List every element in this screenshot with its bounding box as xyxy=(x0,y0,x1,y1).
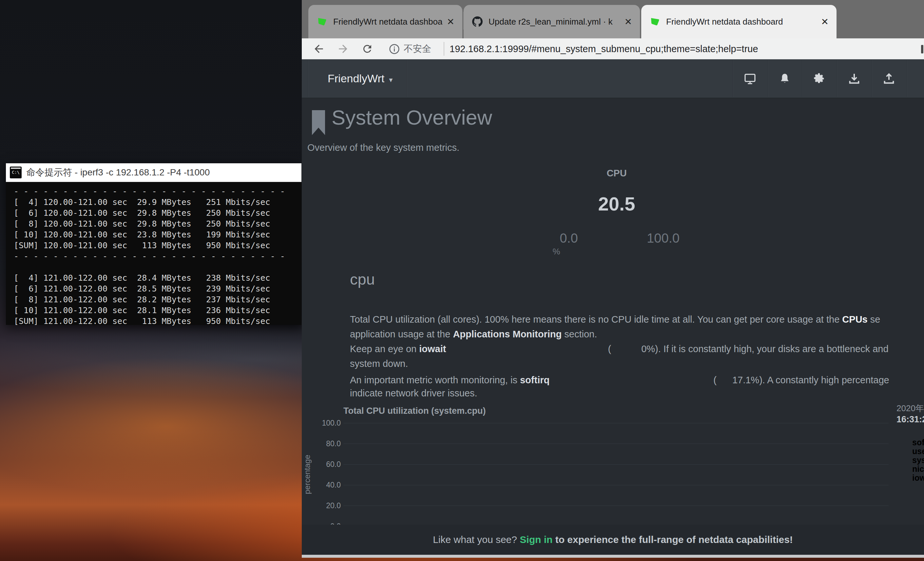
reload-icon[interactable] xyxy=(360,38,375,59)
softirq-sparkline xyxy=(549,373,711,388)
cpu-gauge-value: 20.5 xyxy=(598,193,635,215)
cpu-paragraph-line: indicate network driver issues. xyxy=(350,388,477,399)
browser-toolbar: 不安全 192.168.2.1:19999/#menu_system_subme… xyxy=(302,38,924,59)
clipped-toolbar-icon xyxy=(921,45,923,53)
info-icon[interactable] xyxy=(388,38,401,59)
tab-label: Update r2s_lean_minimal.yml · k xyxy=(489,17,620,27)
cmd-icon: C:\ xyxy=(10,167,22,178)
section-heading-cpu: cpu xyxy=(350,270,375,288)
cpu-paragraph-line: application usage at the Applications Mo… xyxy=(350,329,597,340)
github-icon xyxy=(472,17,483,27)
terminal-output: - - - - - - - - - - - - - - - - - - - - … xyxy=(14,186,294,326)
cpu-gauge-unit: % xyxy=(552,247,560,257)
applications-monitoring-link[interactable]: Applications Monitoring xyxy=(453,329,562,339)
upload-icon xyxy=(882,72,896,85)
page-subtitle: Overview of the key system metrics. xyxy=(308,142,459,153)
netdata-leaf-icon xyxy=(650,17,660,27)
cpu-gauge-title: CPU xyxy=(606,168,627,179)
netdata-navbar: FriendlyWrt▾ xyxy=(302,59,924,98)
monitor-icon xyxy=(744,72,757,85)
export-button[interactable] xyxy=(872,61,906,96)
terminal-titlebar[interactable]: C:\ 命令提示符 - iperf3 -c 192.168.1.2 -P4 -t… xyxy=(6,163,302,182)
terminal-window[interactable]: C:\ 命令提示符 - iperf3 -c 192.168.1.2 -P4 -t… xyxy=(6,163,302,325)
alarms-button[interactable] xyxy=(768,61,802,96)
terminal-body[interactable]: - - - - - - - - - - - - - - - - - - - - … xyxy=(6,182,302,325)
y-tick: 60.0 xyxy=(311,460,341,469)
legend-swatch xyxy=(897,449,909,453)
legend-swatch xyxy=(897,475,909,480)
legend-swatch xyxy=(897,458,909,462)
y-tick: 40.0 xyxy=(311,481,341,490)
close-icon[interactable]: ✕ xyxy=(624,17,632,27)
window-bottom-edge xyxy=(302,555,924,558)
chart-time: 16:31:2 xyxy=(897,414,924,425)
tab-github[interactable]: Update r2s_lean_minimal.yml · k ✕ xyxy=(464,5,640,38)
screen: C:\ 命令提示符 - iperf3 -c 192.168.1.2 -P4 -t… xyxy=(0,0,924,561)
cpu-paragraph-line: system down. xyxy=(350,358,408,369)
tab-netdata-2-active[interactable]: FriendlyWrt netdata dashboard ✕ xyxy=(641,5,837,38)
legend-swatch xyxy=(897,466,909,471)
cpu-gauge-min: 0.0 xyxy=(560,231,578,245)
tab-label: FriendlyWrt netdata dashboard xyxy=(666,17,816,27)
legend-swatch xyxy=(897,440,909,444)
y-axis-label: percentage xyxy=(303,442,312,507)
netdata-host-dropdown[interactable]: FriendlyWrt▾ xyxy=(328,59,393,98)
netdata-leaf-icon xyxy=(317,17,327,27)
tab-netdata-1[interactable]: FriendlyWrt netdata dashboard ✕ xyxy=(308,5,462,38)
security-label[interactable]: 不安全 xyxy=(404,38,431,59)
url-separator xyxy=(444,42,444,56)
import-button[interactable] xyxy=(837,61,871,96)
tab-label: FriendlyWrt netdata dashboard xyxy=(333,17,442,27)
cpus-link[interactable]: CPUs xyxy=(842,314,867,325)
forward-icon[interactable] xyxy=(336,38,350,59)
print-monitor-button[interactable] xyxy=(733,61,767,96)
back-icon[interactable] xyxy=(312,38,326,59)
gear-icon xyxy=(813,72,826,85)
chart-date: 2020年3 xyxy=(897,403,924,414)
settings-button[interactable] xyxy=(802,61,837,96)
softirq-current-value: 17.1%). xyxy=(732,375,765,385)
y-tick: 100.0 xyxy=(311,419,341,427)
y-tick: 80.0 xyxy=(311,439,341,448)
tab-strip: FriendlyWrt netdata dashboard ✕ Update r… xyxy=(302,0,924,38)
cpu-stacked-area-chart[interactable] xyxy=(344,423,889,525)
signin-bar: Like what you see? Sign in to experience… xyxy=(302,525,924,555)
download-icon xyxy=(848,72,861,85)
y-tick: 20.0 xyxy=(311,501,341,510)
cpu-paragraph-line: Total CPU utilization (all cores). 100% … xyxy=(350,314,880,325)
close-icon[interactable]: ✕ xyxy=(821,17,829,27)
close-icon[interactable]: ✕ xyxy=(447,17,454,27)
chart-title: Total CPU utilization (system.cpu) xyxy=(344,406,486,416)
terminal-title: 命令提示符 - iperf3 -c 192.168.1.2 -P4 -t1000 xyxy=(26,166,210,179)
url-input[interactable]: 192.168.2.1:19999/#menu_system_submenu_c… xyxy=(450,38,758,59)
chevron-down-icon: ▾ xyxy=(389,76,393,84)
iowait-current-value: 0%). xyxy=(641,344,661,354)
cpu-paragraph-line: Keep an eye on iowait (0%). If it is con… xyxy=(350,344,889,355)
bell-icon xyxy=(778,72,791,85)
cpu-gauge-max: 100.0 xyxy=(647,231,680,245)
page-title: System Overview xyxy=(332,105,492,129)
iowait-sparkline xyxy=(446,344,605,355)
cpu-paragraph-line: An important metric worth monitoring, is… xyxy=(350,373,889,388)
sign-in-link[interactable]: Sign in xyxy=(520,534,552,545)
